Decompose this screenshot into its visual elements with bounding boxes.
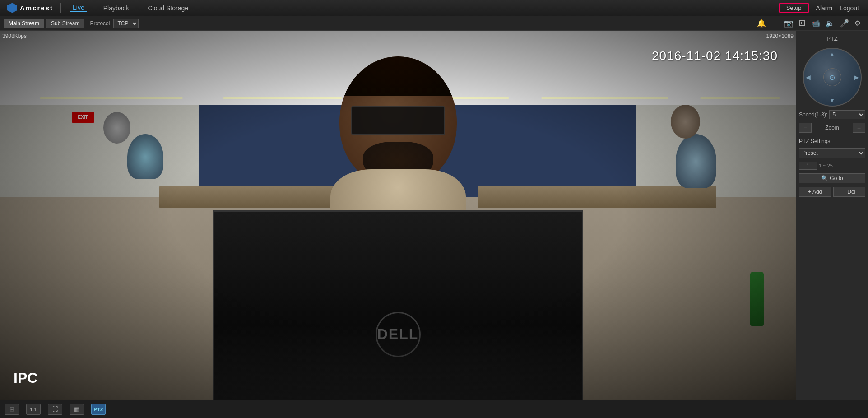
video-container: EXIT DELL	[0, 31, 796, 400]
ptz-down-arrow[interactable]: ▼	[829, 97, 836, 104]
sub-stream-button[interactable]: Sub Stream	[46, 19, 84, 28]
ptz-up-arrow[interactable]: ▲	[829, 51, 836, 58]
ptz-settings-select[interactable]: Preset Tour Pattern	[799, 148, 865, 158]
ptz-joystick[interactable]: ▲ ▼ ◀ ▶ ⊙	[803, 48, 862, 107]
ptz-preset-input[interactable]	[799, 162, 817, 170]
bottom-layout-icon[interactable]: ⊞	[5, 404, 19, 415]
snapshot-icon[interactable]: 📷	[784, 19, 793, 28]
bottom-toolbar: ⊞ 1:1 ⛶ ▦ PTZ	[0, 400, 868, 418]
logout-link[interactable]: Logout	[840, 5, 859, 12]
top-navigation: Amcrest Live Playback Cloud Storage Setu…	[0, 0, 868, 16]
toolbar-icons: 🔔 ⛶ 📷 🖼 📹 🔈 🎤 ⚙	[757, 19, 864, 28]
video-icon[interactable]: 📹	[811, 19, 820, 28]
nav-right: Setup Alarm Logout	[779, 3, 868, 13]
ptz-left-arrow[interactable]: ◀	[806, 74, 811, 81]
main-area: EXIT DELL	[0, 31, 868, 400]
alarm-icon[interactable]: 🔔	[757, 19, 766, 28]
nav-playback[interactable]: Playback	[101, 5, 132, 12]
resolution-display: 1920×1089	[766, 33, 794, 39]
protocol-select[interactable]: TCP UDP	[113, 19, 139, 28]
ptz-speed-label: Speed(1-8):	[799, 111, 827, 118]
bottom-ratio-icon[interactable]: 1:1	[26, 404, 41, 415]
ptz-goto-button[interactable]: 🔍 Go to	[799, 173, 865, 183]
app-title: Amcrest	[20, 4, 53, 12]
ptz-center-button[interactable]: ⊙	[823, 68, 841, 86]
ptz-title: PTZ	[799, 33, 865, 44]
audio-icon[interactable]: 🔈	[826, 19, 835, 28]
logo: Amcrest	[0, 3, 61, 13]
ptz-add-del-row: + Add – Del	[799, 187, 865, 197]
logo-icon	[7, 3, 17, 13]
bottom-channels-icon[interactable]: ▦	[70, 404, 84, 415]
record-icon[interactable]: 🖼	[798, 19, 806, 28]
nav-cloud-storage[interactable]: Cloud Storage	[145, 5, 191, 12]
mic-icon[interactable]: 🎤	[840, 19, 849, 28]
bitrate-display: 3908Kbps	[2, 33, 27, 39]
video-vignette	[0, 31, 796, 400]
bottom-fullscreen-icon[interactable]: ⛶	[48, 404, 62, 415]
timestamp-display: 2016-11-02 14:15:30	[652, 49, 778, 63]
ptz-speed-select[interactable]: 5 1234 678	[829, 110, 865, 119]
ptz-preset-row: 1 ~ 25	[799, 162, 865, 170]
ptz-del-button[interactable]: – Del	[833, 187, 866, 197]
ptz-zoom-label: Zoom	[813, 125, 851, 131]
ptz-zoom-in-button[interactable]: +	[853, 123, 865, 133]
ptz-zoom-row: − Zoom +	[799, 123, 865, 133]
setup-button[interactable]: Setup	[779, 3, 809, 13]
ptz-preset-range: 1 ~ 25	[819, 163, 833, 168]
ptz-right-arrow[interactable]: ▶	[854, 74, 859, 81]
nav-live[interactable]: Live	[70, 4, 87, 12]
protocol-label: Protocol	[90, 20, 110, 27]
toolbar: Main Stream Sub Stream Protocol TCP UDP …	[0, 16, 868, 31]
settings-icon[interactable]: ⚙	[854, 19, 861, 28]
ipc-label: IPC	[14, 370, 37, 386]
search-icon: 🔍	[821, 175, 828, 181]
ptz-panel: PTZ ▲ ▼ ◀ ▶ ⊙ Speed(1-8): 5 1234 678 − Z…	[796, 31, 868, 400]
fullscreen-icon[interactable]: ⛶	[771, 19, 779, 28]
ptz-center-icon: ⊙	[829, 73, 835, 82]
nav-links: Live Playback Cloud Storage	[61, 4, 779, 12]
alarm-link[interactable]: Alarm	[816, 5, 833, 12]
ptz-goto-label: Go to	[830, 175, 843, 181]
bottom-ptz-icon[interactable]: PTZ	[91, 404, 106, 415]
ptz-add-button[interactable]: + Add	[799, 187, 831, 197]
video-feed: EXIT DELL	[0, 31, 796, 400]
ptz-speed-row: Speed(1-8): 5 1234 678	[799, 110, 865, 119]
ptz-settings-title: PTZ Settings	[799, 138, 865, 144]
main-stream-button[interactable]: Main Stream	[4, 19, 44, 28]
ptz-zoom-out-button[interactable]: −	[799, 123, 812, 133]
